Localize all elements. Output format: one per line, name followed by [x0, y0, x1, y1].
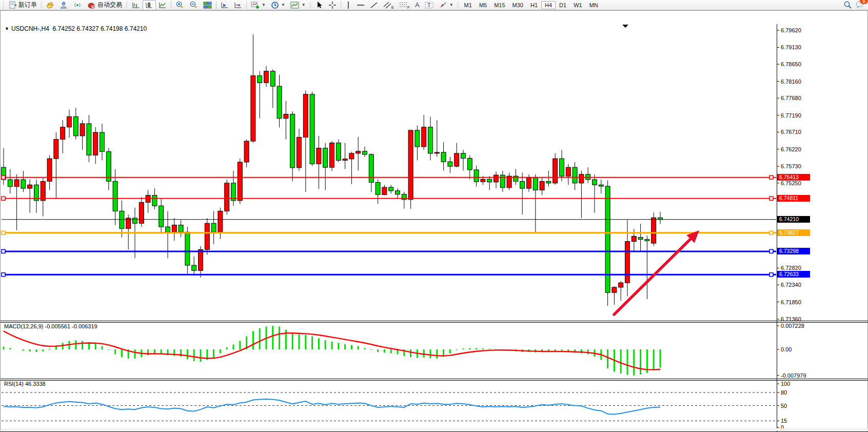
text-tool-button[interactable]: A — [412, 0, 422, 10]
equidistant-channel-icon — [383, 1, 391, 9]
horizontal-line-icon — [357, 1, 365, 9]
candle-bullish — [382, 187, 387, 194]
chart-canvas — [1, 11, 868, 432]
candle-bullish — [67, 116, 72, 127]
tile-windows-button[interactable] — [201, 0, 214, 10]
tab-timeframe-M1[interactable]: M1 — [461, 1, 476, 9]
dropdown-caret-icon: ▼ — [449, 3, 453, 7]
channel-tool-button[interactable]: E — [381, 0, 397, 10]
candle-bullish — [297, 138, 302, 168]
cursor-tool-button[interactable] — [313, 0, 326, 10]
trendline-tool-button[interactable] — [367, 0, 381, 10]
price-tick-label: 6.75250 — [781, 180, 801, 186]
candle-bearish — [363, 151, 367, 154]
arrows-tool-button[interactable]: ▼ — [437, 0, 456, 10]
auto-scroll-icon — [234, 1, 242, 9]
candle-bearish — [599, 185, 603, 186]
candle-bearish — [100, 132, 105, 151]
tab-timeframe-D1[interactable]: D1 — [556, 1, 570, 9]
candle-bearish — [474, 170, 479, 182]
candle-bearish — [166, 227, 170, 232]
channel-tool-suffix: E — [391, 5, 394, 10]
tab-timeframe-W1[interactable]: W1 — [570, 1, 586, 9]
toolbar-separator — [341, 1, 341, 9]
toolbar-grip[interactable] — [3, 1, 5, 9]
level-endpoint-marker — [2, 231, 5, 234]
chart-shift-button[interactable] — [218, 0, 231, 10]
tab-timeframe-H1[interactable]: H1 — [527, 1, 541, 9]
tab-timeframe-M15[interactable]: M15 — [490, 1, 508, 9]
candle-bullish — [264, 71, 269, 83]
level-price-badge: 6.72633 — [777, 271, 810, 278]
community-button[interactable] — [57, 0, 71, 10]
rsi-line — [4, 399, 660, 415]
candle-bearish — [179, 225, 183, 232]
price-tick-label: 6.75730 — [781, 163, 801, 169]
level-price-badge: 6.74811 — [777, 195, 810, 202]
candle-bearish — [638, 238, 643, 240]
price-tick-label: 6.78650 — [781, 61, 801, 67]
candle-bullish — [408, 130, 413, 200]
text-label-tool-button[interactable]: T — [422, 0, 437, 10]
price-tick-label: 6.71850 — [781, 299, 801, 305]
bar-chart-icon — [132, 1, 140, 9]
zoom-in-button[interactable] — [173, 0, 187, 10]
tab-timeframe-M5[interactable]: M5 — [476, 1, 490, 9]
candlestick-mode-button[interactable] — [143, 0, 156, 10]
candle-bullish — [14, 180, 19, 187]
bar-chart-mode-button[interactable] — [129, 0, 143, 10]
level-endpoint-marker — [2, 249, 5, 253]
candle-bullish — [343, 159, 347, 161]
macd-axis-label: 0.007228 — [781, 323, 804, 329]
new-order-icon — [9, 1, 17, 9]
candle-bearish — [120, 211, 124, 228]
horizontal-line-tool-button[interactable] — [354, 0, 367, 10]
zoom-out-button[interactable] — [187, 0, 201, 10]
toolbar-grip[interactable] — [457, 1, 460, 9]
chart-shift-marker-icon — [622, 25, 628, 28]
crosshair-tool-button[interactable] — [326, 0, 339, 10]
tab-timeframe-MN[interactable]: MN — [586, 1, 602, 9]
tab-timeframe-M30[interactable]: M30 — [509, 1, 527, 9]
toolbar-grip[interactable] — [126, 1, 128, 9]
candle-bullish — [251, 76, 255, 141]
toolbar-grip[interactable] — [309, 1, 312, 9]
candle-bullish — [225, 183, 229, 211]
candle-bearish — [277, 86, 282, 119]
macd-indicator-label: MACD(12,26,9) -0.005561 -0.006319 — [4, 323, 97, 329]
chat-unread-badge: 1 — [860, 0, 868, 4]
chart-title-dropdown-icon[interactable]: ▼ — [5, 26, 9, 31]
add-indicator-button[interactable]: ▼ — [248, 0, 268, 10]
arrows-tool-icon — [439, 1, 447, 9]
auto-scroll-button[interactable] — [231, 0, 245, 10]
chat-button[interactable]: 1 — [855, 0, 864, 10]
candle-bearish — [8, 180, 12, 187]
line-chart-icon — [159, 1, 167, 9]
templates-button[interactable]: ▼ — [288, 0, 308, 10]
add-indicator-icon — [251, 1, 260, 9]
price-tick-label: 6.71360 — [781, 316, 801, 322]
level-price-badge: 6.75413 — [777, 174, 810, 181]
tab-timeframe-H4[interactable]: H4 — [541, 1, 556, 9]
search-icon[interactable] — [843, 1, 852, 9]
line-chart-mode-button[interactable] — [156, 0, 169, 10]
vertical-line-tool-button[interactable] — [343, 0, 354, 10]
auto-trading-button[interactable]: 自动交易 — [85, 0, 125, 10]
signals-button[interactable] — [71, 0, 85, 10]
cursor-arrow-icon — [315, 1, 323, 9]
auto-trading-icon — [87, 1, 96, 9]
candle-bearish — [73, 116, 78, 135]
zoom-in-icon — [175, 1, 184, 9]
periods-button[interactable]: ▼ — [268, 0, 288, 10]
market-gold-button[interactable] — [43, 0, 57, 10]
new-order-button[interactable]: 新订单 — [6, 0, 40, 10]
candle-bearish — [546, 181, 551, 183]
candle-bullish — [652, 218, 656, 243]
signal-broadcast-icon — [73, 1, 82, 9]
candle-bullish — [422, 127, 426, 147]
price-tick-label: 6.78160 — [781, 78, 801, 85]
level-endpoint-marker — [770, 197, 773, 200]
clock-icon — [271, 1, 279, 9]
fibonacci-tool-button[interactable]: F — [397, 0, 412, 10]
chart-ohlc-readout: 6.74252 6.74327 6.74198 6.74210 — [53, 25, 147, 32]
